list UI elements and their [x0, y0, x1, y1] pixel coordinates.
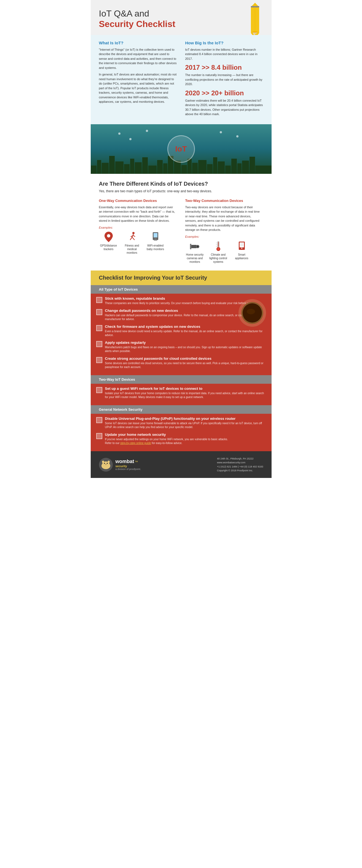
address-line2: www.wombatsecurity.com [217, 461, 263, 464]
footer-copyright: Copyright © 2018 Proofpoint Inc. [217, 469, 263, 472]
category-all-devices: All Type of IoT Devices [91, 285, 272, 293]
wombat-logo-icon [99, 458, 113, 472]
two-way-items: Set up a guest WiFi network for IoT devi… [91, 384, 272, 405]
item-guest-wifi-title: Set up a guest WiFi network for IoT devi… [105, 386, 266, 391]
network-dot [236, 135, 239, 137]
footer: wombat ™ security a division of proofpoi… [91, 451, 272, 478]
checklist-item-updates: Apply updates regularly Manufacturers pa… [96, 340, 266, 353]
item-home-network-title: Update your home network security [105, 433, 266, 437]
title-line1: IoT Q&A and [99, 8, 149, 19]
example-gps: GPS/distance trackers [99, 231, 118, 254]
network-dot [118, 132, 120, 135]
one-way-body: Essentially, one-way devices track data … [99, 205, 177, 223]
svg-rect-16 [191, 245, 197, 248]
checklist-item-home-network: Update your home network security If you… [96, 433, 266, 445]
checklist-section: Checklist for Improving Your IoT Securit… [91, 271, 272, 451]
item-updates-title: Apply updates regularly [105, 340, 266, 345]
two-way-title: Two-Way Communication Devices [185, 198, 263, 203]
item-upnp-body: Some IoT devices can leave your home fir… [105, 422, 266, 429]
fitness-label: Fitness and medical monitors [122, 244, 142, 254]
baby-monitor-icon [150, 231, 161, 242]
checkbox-firmware[interactable] [96, 325, 102, 331]
checklist-heading: Checklist for Improving Your IoT Securit… [91, 271, 272, 285]
address-line1: 40 24th St., Pittsburgh, PA 15222 [217, 457, 263, 461]
checkbox-home-network[interactable] [96, 433, 102, 439]
kinds-heading: Are There Different Kinds of IoT Devices… [99, 181, 263, 187]
logo-sub: security [115, 464, 141, 468]
how-big-intro: IoT devices number in the billions; Gart… [185, 48, 263, 61]
all-devices-items: Stick with known, reputable brands These… [91, 293, 272, 375]
checkbox-passwords[interactable] [96, 309, 102, 315]
svg-rect-15 [154, 239, 157, 241]
checklist-item-upnp: Disable Universal Plug-and-Play (UPnP) f… [96, 416, 266, 429]
network-dot [146, 130, 148, 132]
two-way-examples-label: Examples: [185, 235, 263, 238]
item-cloud-passwords-title: Create strong account passwords for clou… [105, 356, 266, 361]
example-fitness: Fitness and medical monitors [122, 231, 142, 254]
footer-address: 40 24th St., Pittsburgh, PA 15222 www.wo… [217, 457, 263, 473]
fitness-icon [127, 231, 138, 242]
svg-line-9 [132, 237, 135, 240]
footer-logo-text: wombat ™ security a division of proofpoi… [115, 459, 141, 470]
kinds-subheading: Yes, there are two main types of IoT pro… [99, 189, 263, 193]
example-smart-appliance: Smart appliances [232, 241, 251, 264]
one-way-examples-label: Examples: [99, 226, 177, 229]
item-upnp-title: Disable Universal Plug-and-Play (UPnP) f… [105, 416, 266, 421]
checkbox-upnp[interactable] [96, 417, 102, 423]
svg-line-8 [130, 237, 132, 240]
online-guide-link[interactable]: step-by-step online guide [120, 441, 151, 444]
svg-point-39 [104, 463, 105, 464]
iot-banner: IoT [91, 124, 272, 174]
desc-2020: Gartner estimates there will be 20.4 bil… [185, 98, 263, 117]
coffee-decoration [237, 298, 268, 329]
security-camera-icon [189, 241, 200, 251]
how-big-column: How Big Is the IoT? IoT devices number i… [185, 40, 263, 119]
svg-point-23 [217, 248, 220, 250]
logo-name: wombat [115, 459, 134, 464]
what-is-iot-body: "Internet of Things" (or IoT) is the col… [99, 48, 177, 104]
one-way-column: One-Way Communication Devices Essentiall… [99, 198, 177, 264]
smart-appliance-label: Smart appliances [232, 253, 251, 260]
what-is-iot-column: What Is IoT? "Internet of Things" (or Io… [99, 40, 177, 119]
item-cloud-passwords-body: Some devices are controlled via cloud se… [105, 362, 266, 369]
svg-point-34 [247, 309, 255, 314]
how-big-heading: How Big Is the IoT? [185, 40, 263, 45]
stat-2017: 2017 >> 8.4 billion [185, 64, 263, 71]
one-way-examples-row: GPS/distance trackers [99, 231, 177, 254]
svg-rect-14 [155, 239, 157, 239]
kinds-section: Are There Different Kinds of IoT Devices… [91, 174, 272, 271]
network-dot [220, 131, 222, 133]
baby-monitor-label: WiFi-enabled baby monitors [146, 244, 165, 251]
iot-intro-section: What Is IoT? "Internet of Things" (or Io… [91, 35, 272, 124]
svg-point-6 [132, 232, 135, 234]
svg-point-5 [107, 234, 110, 238]
camera-label: Home security cameras and monitors [185, 253, 204, 264]
thermostat-label: Climate and lighting control systems [209, 253, 228, 264]
title-line2: Security Checklist [99, 19, 175, 29]
example-baby-monitor: WiFi-enabled baby monitors [146, 231, 165, 254]
logo-division: a division of proofpoint. [115, 468, 141, 470]
iot-circle-label: IoT [175, 145, 187, 153]
address-line3: +1 (412) 621 1484 | +44 (0) 118 402 9183 [217, 465, 263, 469]
one-way-title: One-Way Communication Devices [99, 198, 177, 203]
checkbox-cloud-passwords[interactable] [96, 357, 102, 363]
header-section: IoT Q&A and Security Checklist [91, 0, 272, 35]
checklist-item-cloud-passwords: Create strong account passwords for clou… [96, 356, 266, 369]
svg-rect-21 [218, 242, 219, 247]
svg-point-41 [105, 464, 107, 465]
svg-rect-19 [190, 244, 191, 249]
category-two-way: Two-Way IoT Devices [91, 375, 272, 384]
item-guest-wifi-body: Isolate your IoT devices from your home … [105, 392, 266, 399]
stat-2020: 2020 >> 20+ billion [185, 89, 263, 97]
svg-point-40 [107, 463, 108, 464]
checkbox-guest-wifi[interactable] [96, 387, 102, 393]
two-way-column: Two-Way Communication Devices Two-way de… [185, 198, 263, 264]
checkbox-brands[interactable] [96, 297, 102, 303]
iot-circle: IoT [167, 135, 195, 163]
checkbox-updates[interactable] [96, 341, 102, 347]
kinds-grid: One-Way Communication Devices Essentiall… [99, 198, 263, 264]
svg-line-11 [134, 236, 135, 237]
pencil-icon [244, 3, 266, 35]
two-way-examples-row: Home security cameras and monitors [185, 241, 263, 264]
svg-point-30 [241, 248, 242, 249]
